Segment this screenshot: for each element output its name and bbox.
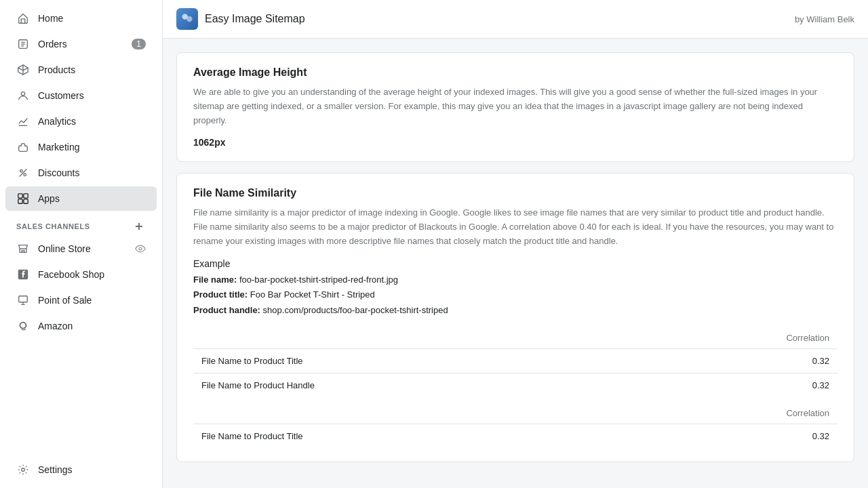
sidebar-item-products[interactable]: Products xyxy=(5,58,157,82)
svg-rect-6 xyxy=(24,194,28,198)
example-product-handle-value: shop.com/products/foo-bar-pocket-tshirt-… xyxy=(263,305,448,315)
file-name-similarity-title: File Name Similarity xyxy=(193,187,837,199)
similarity-table-1: Correlation File Name to Product Title0.… xyxy=(193,327,837,397)
svg-rect-5 xyxy=(18,194,22,198)
sidebar-item-home-label: Home xyxy=(38,13,146,24)
facebook-icon xyxy=(16,268,30,281)
home-icon xyxy=(16,12,30,25)
row-value: 0.32 xyxy=(635,349,837,373)
svg-rect-7 xyxy=(18,199,22,203)
example-product-title-label: Product title: xyxy=(193,289,248,300)
table-row: File Name to Product Handle0.32 xyxy=(193,373,837,398)
sidebar-item-orders-label: Orders xyxy=(38,39,132,49)
row-label: File Name to Product Title xyxy=(193,349,635,373)
sidebar-item-amazon-label: Amazon xyxy=(38,321,146,331)
similarity-table-2: Correlation File Name to Product Title0.… xyxy=(193,403,837,448)
sidebar-item-settings-label: Settings xyxy=(38,464,146,475)
sidebar: Home Orders 1 Products Customers xyxy=(0,0,163,488)
svg-rect-13 xyxy=(19,296,28,302)
sidebar-item-analytics[interactable]: Analytics xyxy=(5,109,157,134)
sidebar-item-discounts[interactable]: Discounts xyxy=(5,161,157,185)
file-name-similarity-card: File Name Similarity File name similarit… xyxy=(176,173,854,462)
topbar: Easy Image Sitemap by William Belk xyxy=(163,0,868,39)
example-product-handle-row: Product handle: shop.com/products/foo-ba… xyxy=(193,304,837,317)
store-icon xyxy=(16,242,30,256)
sidebar-item-facebook-shop[interactable]: Facebook Shop xyxy=(5,262,157,287)
sidebar-item-facebook-shop-label: Facebook Shop xyxy=(38,269,146,280)
app-logo xyxy=(176,8,198,30)
sidebar-item-orders[interactable]: Orders 1 xyxy=(5,32,157,56)
table2-correlation-header: Correlation xyxy=(621,403,837,424)
sidebar-item-marketing[interactable]: Marketing xyxy=(5,135,157,159)
sidebar-item-apps-label: Apps xyxy=(38,193,146,204)
app-title: Easy Image Sitemap xyxy=(205,13,305,25)
main-content: Easy Image Sitemap by William Belk Avera… xyxy=(163,0,868,488)
example-file-name-label: File name: xyxy=(193,274,237,285)
avg-image-height-title: Average Image Height xyxy=(193,66,837,79)
sidebar-item-apps[interactable]: Apps xyxy=(5,186,157,211)
content-area: Average Image Height We are able to give… xyxy=(163,39,868,476)
example-product-handle-label: Product handle: xyxy=(193,305,260,315)
file-name-similarity-description: File name similarity is a major predicto… xyxy=(193,206,837,248)
sidebar-item-home[interactable]: Home xyxy=(5,6,157,30)
sidebar-item-settings[interactable]: Settings xyxy=(5,458,157,482)
sidebar-item-analytics-label: Analytics xyxy=(38,116,146,127)
avg-image-height-description: We are able to give you an understanding… xyxy=(193,85,837,127)
example-section: Example File name: foo-bar-pocket-tshirt… xyxy=(193,258,837,317)
orders-badge: 1 xyxy=(132,39,146,49)
table1-correlation-header: Correlation xyxy=(635,327,837,349)
orders-icon xyxy=(16,37,30,51)
amazon-icon xyxy=(16,319,30,333)
avg-image-height-value: 1062px xyxy=(193,137,837,148)
discounts-icon xyxy=(16,166,30,180)
sidebar-item-amazon[interactable]: Amazon xyxy=(5,314,157,338)
example-file-name-value: foo-bar-pocket-tshirt-striped-red-front.… xyxy=(239,274,398,285)
table-row: File Name to Product Title0.32 xyxy=(193,349,837,373)
row-value: 0.32 xyxy=(635,373,837,398)
products-icon xyxy=(16,63,30,77)
sales-channels-header: Sales Channels xyxy=(5,211,157,236)
table-row: File Name to Product Title0.32 xyxy=(193,424,837,449)
svg-point-3 xyxy=(24,174,26,176)
svg-point-16 xyxy=(186,16,192,22)
customers-icon xyxy=(16,89,30,102)
add-sales-channel-button[interactable] xyxy=(132,220,146,233)
sidebar-item-products-label: Products xyxy=(38,64,146,75)
sidebar-item-customers[interactable]: Customers xyxy=(5,83,157,108)
sidebar-item-marketing-label: Marketing xyxy=(38,142,146,152)
sidebar-item-online-store[interactable]: Online Store xyxy=(5,237,157,261)
example-file-name-row: File name: foo-bar-pocket-tshirt-striped… xyxy=(193,273,837,287)
row-label: File Name to Product Title xyxy=(193,424,621,449)
avg-image-height-card: Average Image Height We are able to give… xyxy=(176,52,854,162)
svg-rect-11 xyxy=(22,251,24,253)
table1-empty-header xyxy=(193,327,635,349)
row-label: File Name to Product Handle xyxy=(193,373,635,398)
svg-rect-8 xyxy=(24,199,28,203)
sidebar-item-discounts-label: Discounts xyxy=(38,167,146,178)
sidebar-item-point-of-sale-label: Point of Sale xyxy=(38,295,146,306)
marketing-icon xyxy=(16,140,30,154)
sidebar-item-customers-label: Customers xyxy=(38,90,146,101)
app-title-area: Easy Image Sitemap xyxy=(176,8,305,30)
sidebar-item-online-store-label: Online Store xyxy=(38,243,135,254)
svg-point-1 xyxy=(21,92,24,96)
svg-point-12 xyxy=(139,247,142,250)
analytics-icon xyxy=(16,115,30,128)
table2-empty-header xyxy=(193,403,621,424)
svg-point-14 xyxy=(22,468,25,472)
eye-icon[interactable] xyxy=(135,243,146,254)
pos-icon xyxy=(16,293,30,307)
settings-icon xyxy=(16,463,30,476)
example-product-title-row: Product title: Foo Bar Pocket T-Shirt - … xyxy=(193,288,837,302)
row-value: 0.32 xyxy=(621,424,837,449)
by-author: by William Belk xyxy=(795,14,854,24)
example-product-title-value: Foo Bar Pocket T-Shirt - Striped xyxy=(250,289,375,300)
example-title: Example xyxy=(193,258,837,269)
sidebar-item-point-of-sale[interactable]: Point of Sale xyxy=(5,288,157,312)
apps-icon xyxy=(16,192,30,205)
svg-point-2 xyxy=(20,170,23,173)
